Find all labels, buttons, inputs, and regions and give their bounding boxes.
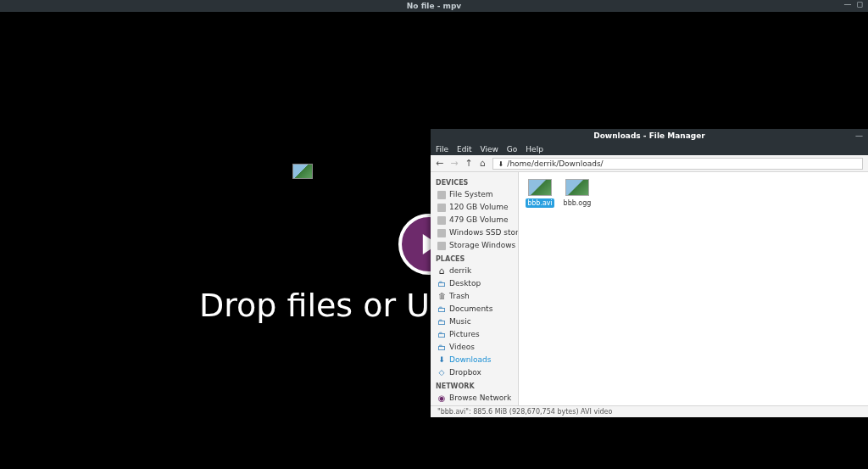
sidebar-item-music[interactable]: Music [431,315,518,328]
file-item[interactable]: bbb.avi [526,179,554,208]
sidebar-item-120gb[interactable]: 120 GB Volume [431,201,518,214]
folder-icon [437,280,446,288]
file-manager-window: Downloads - File Manager — File Edit Vie… [431,129,868,417]
mpv-window-title: No file - mpv [407,2,461,10]
minimize-icon[interactable]: — [844,0,852,8]
path-text: /home/derrik/Downloads/ [507,159,603,168]
fm-window-title: Downloads - File Manager [593,131,705,140]
video-thumbnail-icon [565,179,589,196]
status-text: "bbb.avi": 885.6 MiB (928,670,754 bytes)… [437,408,612,416]
path-bar[interactable]: /home/derrik/Downloads/ [492,158,863,170]
menu-edit[interactable]: Edit [457,145,471,154]
download-icon [437,356,446,365]
drive-icon [437,191,446,199]
dropbox-icon [437,369,446,377]
minimize-icon[interactable]: — [855,129,863,142]
sidebar-item-browse-network[interactable]: Browse Network [431,392,518,405]
sidebar-item-dropbox[interactable]: Dropbox [431,366,518,379]
drive-icon [437,242,446,250]
sidebar-section-devices: DEVICES [431,176,518,188]
fm-titlebar[interactable]: Downloads - File Manager — [431,129,868,142]
network-icon [437,394,446,403]
folder-icon [437,343,446,352]
back-button[interactable]: ← [436,158,443,169]
folder-icon [437,331,446,339]
sidebar-item-trash[interactable]: Trash [431,290,518,303]
fm-toolbar: ← → ↑ ⌂ /home/derrik/Downloads/ [431,155,868,172]
up-button[interactable]: ↑ [465,158,472,169]
fm-statusbar: "bbb.avi": 885.6 MiB (928,670,754 bytes)… [431,405,868,417]
sidebar-item-windows-ssd[interactable]: Windows SSD storage [431,226,518,239]
sidebar-section-network: NETWORK [431,379,518,392]
home-button[interactable]: ⌂ [480,158,486,169]
menu-go[interactable]: Go [507,145,517,154]
drive-icon [437,216,446,225]
sidebar-item-479gb[interactable]: 479 GB Volume [431,214,518,226]
menu-help[interactable]: Help [526,145,543,154]
folder-icon [437,318,446,327]
sidebar-section-places: PLACES [431,252,518,265]
sidebar-item-file-system[interactable]: File System [431,188,518,201]
file-item[interactable]: bbb.ogg [563,179,592,208]
sidebar-item-documents[interactable]: Documents [431,303,518,315]
sidebar-item-videos[interactable]: Videos [431,341,518,354]
folder-icon [437,305,446,314]
sidebar-item-desktop[interactable]: Desktop [431,277,518,290]
fm-sidebar: DEVICES File System 120 GB Volume 479 GB… [431,172,519,405]
file-label: bbb.ogg [562,198,593,208]
dragged-file-thumbnail [292,164,313,179]
mpv-titlebar: No file - mpv — ◻ [0,0,868,12]
fm-menubar: File Edit View Go Help [431,142,868,155]
drive-icon [437,229,446,237]
home-icon [437,267,446,276]
sidebar-item-pictures[interactable]: Pictures [431,328,518,341]
forward-button: → [450,158,458,169]
sidebar-item-storage-windows[interactable]: Storage Windows [431,239,518,252]
download-icon [498,159,504,168]
fm-content-area[interactable]: bbb.avi bbb.ogg [519,172,868,405]
maximize-icon[interactable]: ◻ [857,0,863,8]
drive-icon [437,204,446,212]
menu-file[interactable]: File [436,145,448,154]
sidebar-item-downloads[interactable]: Downloads [431,354,518,366]
menu-view[interactable]: View [481,145,498,154]
video-thumbnail-icon [528,179,552,196]
sidebar-item-home[interactable]: derrik [431,265,518,277]
trash-icon [437,293,446,301]
file-label: bbb.avi [526,198,554,208]
